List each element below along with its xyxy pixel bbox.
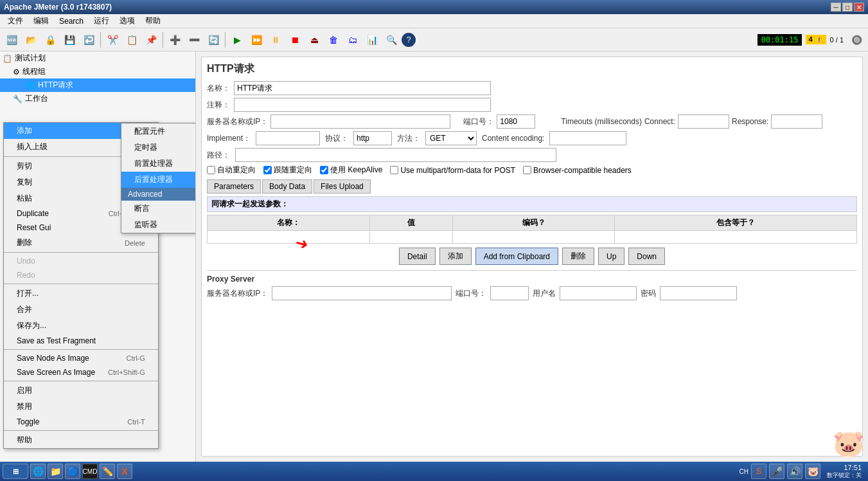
sub-config[interactable]: 配置元件 ▶ <box>121 123 196 140</box>
stop-all[interactable]: ⏏ <box>305 31 323 49</box>
method-select[interactable]: GET POST PUT DELETE <box>425 131 477 145</box>
ctx-open[interactable]: 打开... <box>4 286 158 302</box>
clear-button[interactable]: 🗑 <box>324 31 342 49</box>
ctx-disable[interactable]: 禁用 <box>4 399 158 415</box>
detail-button[interactable]: Detail <box>399 248 436 265</box>
sub-assertion[interactable]: 断言 ▶ <box>121 201 196 217</box>
name-input[interactable] <box>234 81 491 95</box>
close-button[interactable]: ✕ <box>854 3 864 12</box>
start-no-pause[interactable]: ⏩ <box>247 31 265 49</box>
ctx-undo[interactable]: Undo <box>4 254 158 268</box>
protocol-input[interactable] <box>353 131 392 145</box>
tree-item-thread-group[interactable]: ⚙ 线程组 <box>0 65 195 78</box>
search-btn[interactable]: 🔍 <box>382 31 400 49</box>
auto-redirect-checkbox[interactable] <box>207 166 215 174</box>
menu-run[interactable]: 运行 <box>89 14 114 28</box>
stop-button[interactable]: ⏹ <box>286 31 304 49</box>
tab-files-upload[interactable]: Files Upload <box>314 179 371 194</box>
menu-edit[interactable]: 编辑 <box>28 14 54 28</box>
multipart-label[interactable]: Use multipart/form-data for POST <box>390 166 515 175</box>
proxy-pass-input[interactable] <box>660 286 737 300</box>
ctx-save-as[interactable]: 保存为... <box>4 318 158 334</box>
proxy-server-input[interactable] <box>272 286 452 300</box>
taskbar-s-icon[interactable]: S <box>751 464 766 479</box>
expand-button[interactable]: ➕ <box>166 31 184 49</box>
menu-search[interactable]: Search <box>54 15 89 27</box>
paste-button[interactable]: 📌 <box>142 31 160 49</box>
toggle-button[interactable]: 🔄 <box>204 31 222 49</box>
multipart-checkbox[interactable] <box>390 166 398 174</box>
start-menu-button[interactable]: ⊞ <box>3 464 28 479</box>
keep-alive-checkbox[interactable] <box>320 166 328 174</box>
page-control[interactable]: 🔘 <box>847 31 865 49</box>
clear-all[interactable]: 🗂 <box>344 31 362 49</box>
ctx-save-screen-image[interactable]: Save Screen As Image Ctrl+Shift-G <box>4 365 158 379</box>
sub-listener[interactable]: 监听器 ▶ <box>121 217 196 233</box>
taskbar-ie[interactable]: 🌐 <box>30 464 46 479</box>
start-button[interactable]: ▶ <box>228 31 246 49</box>
follow-redirect-label[interactable]: 跟随重定向 <box>263 165 312 176</box>
keep-alive-label[interactable]: 使用 KeepAlive <box>320 165 382 176</box>
ctx-toggle[interactable]: Toggle Ctrl-T <box>4 415 158 429</box>
sub-preprocessor[interactable]: 前置处理器 ▶ <box>121 156 196 172</box>
proxy-user-input[interactable] <box>560 286 637 300</box>
save-button[interactable]: 💾 <box>60 31 78 49</box>
add-button[interactable]: 添加 <box>439 248 472 265</box>
help-btn[interactable]: ? <box>402 33 416 47</box>
tree-item-selected[interactable]: 🌐 HTTP请求 <box>0 78 195 92</box>
security-button[interactable]: 🔒 <box>41 31 59 49</box>
response-input[interactable] <box>771 114 822 129</box>
menu-file[interactable]: 文件 <box>3 14 28 28</box>
ctx-redo[interactable]: Redo <box>4 268 158 282</box>
delete-button[interactable]: 删除 <box>562 248 594 265</box>
path-input[interactable] <box>235 148 556 162</box>
port-input[interactable] <box>497 114 535 129</box>
taskbar-cmd[interactable]: CMD <box>82 464 98 479</box>
collapse-button[interactable]: ➖ <box>185 31 203 49</box>
taskbar-mic[interactable]: 🎤 <box>769 464 784 479</box>
ctx-merge[interactable]: 合并 <box>4 302 158 318</box>
tree-item-test-plan[interactable]: 📋 测试计划 <box>0 51 195 65</box>
open-button[interactable]: 📂 <box>22 31 40 49</box>
connect-input[interactable] <box>678 114 729 129</box>
ctx-help[interactable]: 帮助 <box>4 432 158 448</box>
copy-button[interactable]: 📋 <box>123 31 141 49</box>
encoding-input[interactable] <box>549 131 626 145</box>
ctx-save-node-image[interactable]: Save Node As Image Ctrl-G <box>4 351 158 365</box>
minimize-button[interactable]: ─ <box>831 3 841 12</box>
tab-body-data[interactable]: Body Data <box>262 179 312 194</box>
tree-item-workbench[interactable]: 🔧 工作台 <box>0 92 195 105</box>
report-button[interactable]: 📊 <box>363 31 381 49</box>
taskbar-edit[interactable]: ✏️ <box>100 464 115 479</box>
taskbar-extra[interactable]: X <box>117 464 132 479</box>
browser-label[interactable]: Browser-compatible headers <box>523 166 632 175</box>
sub-advanced-tab[interactable]: Advanced <box>121 188 196 201</box>
ctx-delete[interactable]: 删除 Delete <box>4 235 158 251</box>
cut-button[interactable]: ✂️ <box>103 31 121 49</box>
pause-button[interactable]: ⏸ <box>267 31 285 49</box>
up-button[interactable]: Up <box>598 248 624 265</box>
taskbar-explorer[interactable]: 📁 <box>48 464 63 479</box>
title-controls[interactable]: ─ □ ✕ <box>831 3 864 12</box>
implement-input[interactable] <box>256 131 320 145</box>
menu-help[interactable]: 帮助 <box>140 14 166 28</box>
browser-checkbox[interactable] <box>523 166 531 174</box>
new-button[interactable]: 🆕 <box>3 31 21 49</box>
revert-button[interactable]: ↩️ <box>80 31 98 49</box>
ctx-save-fragment[interactable]: Save as Test Fragment <box>4 334 158 348</box>
sub-postprocessor[interactable]: 后置处理器 ▶ <box>121 172 196 188</box>
taskbar-chrome[interactable]: 🔵 <box>65 464 80 479</box>
taskbar-speaker[interactable]: 🔊 <box>787 464 802 479</box>
taskbar-pig[interactable]: 🐷 <box>805 464 820 479</box>
sub-timer[interactable]: 定时器 ▶ <box>121 140 196 156</box>
server-input[interactable] <box>270 114 450 129</box>
add-from-clipboard-button[interactable]: Add from Clipboard <box>475 248 558 265</box>
menu-options[interactable]: 选项 <box>114 14 140 28</box>
proxy-port-input[interactable] <box>490 286 529 300</box>
auto-redirect-label[interactable]: 自动重定向 <box>207 165 256 176</box>
comments-input[interactable] <box>234 98 491 112</box>
ctx-enable[interactable]: 启用 <box>4 383 158 399</box>
tab-parameters[interactable]: Parameters <box>207 179 261 194</box>
maximize-button[interactable]: □ <box>842 3 853 12</box>
follow-redirect-checkbox[interactable] <box>263 166 272 174</box>
